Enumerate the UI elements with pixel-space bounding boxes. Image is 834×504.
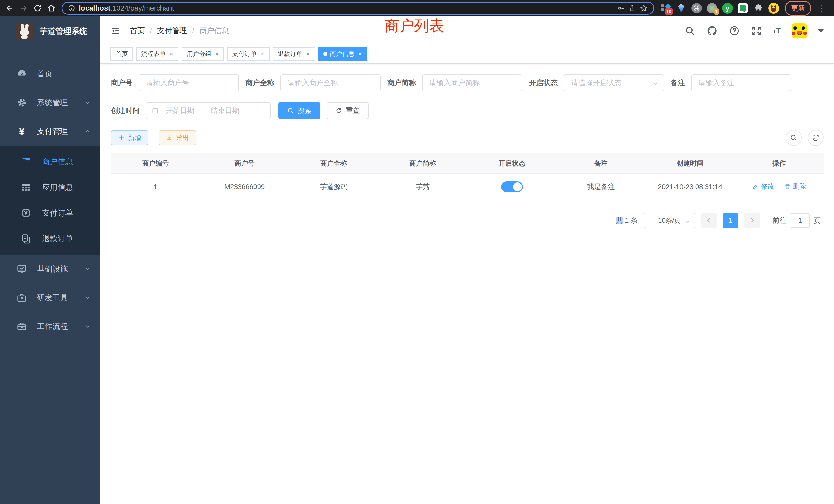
close-icon[interactable]: × xyxy=(260,50,264,57)
documents-icon xyxy=(20,233,32,244)
col-actions: 操作 xyxy=(734,154,824,174)
ext-y-icon[interactable]: y xyxy=(722,3,733,14)
field-label: 创建时间 xyxy=(111,106,140,115)
avatar-caret-icon[interactable] xyxy=(818,29,824,32)
back-icon[interactable] xyxy=(4,2,16,14)
sidebar-item-infrastructure[interactable]: 基础设施 xyxy=(0,255,100,283)
calendar-icon xyxy=(152,107,159,114)
close-icon[interactable]: × xyxy=(170,50,173,57)
annotation-title: 商户列表 xyxy=(385,16,444,36)
merchant-no-input[interactable] xyxy=(139,74,239,91)
cell-full-name: 芋道源码 xyxy=(289,174,378,200)
filter-row-1: 商户号 商户全称 商户简称 开启状态 xyxy=(111,74,824,91)
forward-icon[interactable] xyxy=(18,2,30,14)
yen-circle-icon xyxy=(20,208,32,218)
page-number-current[interactable]: 1 xyxy=(723,213,738,228)
password-key-icon[interactable] xyxy=(617,4,625,12)
chevron-down-icon xyxy=(84,323,91,330)
address-bar[interactable]: localhost:1024/pay/merchant xyxy=(62,2,654,15)
date-range-picker[interactable]: - xyxy=(146,102,271,119)
user-avatar[interactable] xyxy=(792,23,807,38)
show-search-toggle-icon[interactable] xyxy=(786,130,802,146)
sidebar-item-system[interactable]: 系统管理 xyxy=(0,88,100,117)
sidebar-menu: 首页 系统管理 ¥ 支付管理 xyxy=(0,60,100,341)
status-toggle[interactable] xyxy=(501,181,523,192)
sidebar-item-label: 应用信息 xyxy=(42,182,73,193)
close-icon[interactable]: × xyxy=(215,50,219,57)
sidebar-item-label: 退款订单 xyxy=(42,233,73,244)
site-info-icon[interactable] xyxy=(68,5,75,12)
github-icon[interactable] xyxy=(706,25,718,37)
sidebar-item-label: 商户信息 xyxy=(42,157,73,167)
reset-button[interactable]: 重置 xyxy=(327,102,369,119)
goto-page-input[interactable] xyxy=(791,213,810,228)
ext-tampermonkey-icon[interactable]: 10 xyxy=(660,3,671,14)
ext-doc-icon[interactable] xyxy=(738,3,748,14)
search-button[interactable]: 搜索 xyxy=(278,102,321,119)
cell-remark: 我是备注 xyxy=(556,174,645,200)
prev-page-button[interactable] xyxy=(701,213,717,228)
sidebar-item-payment[interactable]: ¥ 支付管理 xyxy=(0,117,100,146)
ext-kite-icon[interactable] xyxy=(676,3,687,14)
sidebar-logo-row[interactable]: 芋道管理系统 xyxy=(0,17,100,46)
delete-link[interactable]: 删除 xyxy=(784,182,806,191)
tab-home[interactable]: 首页 xyxy=(110,47,133,61)
tab-flow-form[interactable]: 流程表单× xyxy=(136,47,178,61)
filter-short-name: 商户简称 xyxy=(387,74,522,91)
add-button[interactable]: 新增 xyxy=(111,130,148,145)
tab-merchant[interactable]: 商户信息× xyxy=(318,47,367,61)
sidebar-item-application[interactable]: 应用信息 xyxy=(0,175,100,200)
ext-puzzle-icon[interactable] xyxy=(753,3,764,14)
field-label: 备注 xyxy=(671,78,685,88)
reload-icon[interactable] xyxy=(31,2,44,14)
sidebar-item-dev-tools[interactable]: 研发工具 xyxy=(0,283,100,312)
pagination-total: 共 1 条 xyxy=(616,216,638,225)
home-icon[interactable] xyxy=(45,2,58,14)
browser-update-button[interactable]: 更新 xyxy=(785,1,811,16)
tab-pay-order[interactable]: 支付订单× xyxy=(227,47,269,61)
filter-row-2: 创建时间 - 搜索 xyxy=(111,102,824,119)
short-name-input[interactable] xyxy=(422,74,522,91)
ext-recorder-icon[interactable]: 1 xyxy=(707,3,718,14)
app-logo xyxy=(16,23,33,40)
sidebar-item-refund-order[interactable]: 退款订单 xyxy=(0,226,100,251)
ext-badge: 1 xyxy=(714,8,719,15)
tab-user-group[interactable]: 用户分组× xyxy=(181,47,224,61)
cell-status xyxy=(467,174,556,200)
sidebar-submenu-payment: 商户信息 应用信息 支付订单 xyxy=(0,146,100,255)
ext-command-icon[interactable]: ⌘ xyxy=(691,3,702,14)
breadcrumb-home[interactable]: 首页 xyxy=(130,26,145,36)
full-name-input[interactable] xyxy=(280,74,380,91)
close-icon[interactable]: × xyxy=(358,50,362,57)
status-select[interactable] xyxy=(564,74,664,91)
ext-emoji-icon[interactable] xyxy=(768,3,779,14)
help-icon[interactable] xyxy=(729,25,740,36)
refresh-table-icon[interactable] xyxy=(808,130,824,146)
next-page-button[interactable] xyxy=(744,213,760,228)
bookmark-star-icon[interactable] xyxy=(640,4,648,12)
sidebar-item-merchant[interactable]: 商户信息 xyxy=(0,149,100,175)
date-end-input[interactable] xyxy=(206,107,244,115)
date-start-input[interactable] xyxy=(161,107,199,115)
font-size-icon[interactable]: тT xyxy=(773,26,781,35)
remark-input[interactable] xyxy=(691,74,791,91)
table-toolbar: 新增 导出 xyxy=(111,130,824,146)
sidebar-fold-icon[interactable] xyxy=(110,26,121,36)
sidebar-item-home[interactable]: 首页 xyxy=(0,60,100,88)
page-size-select[interactable]: 10条/页 xyxy=(644,213,695,228)
sidebar-item-workflow[interactable]: 工作流程 xyxy=(0,312,100,341)
grid-table-icon xyxy=(20,182,32,192)
sidebar-item-pay-order[interactable]: 支付订单 xyxy=(0,200,100,226)
browser-menu-icon[interactable]: ⋮ xyxy=(815,4,828,13)
share-icon[interactable] xyxy=(628,4,636,12)
search-icon[interactable] xyxy=(685,26,695,36)
tab-refund-order[interactable]: 退款订单× xyxy=(273,47,315,61)
cell-merchant-id: 1 xyxy=(111,174,200,200)
sidebar-item-label: 系统管理 xyxy=(37,97,68,108)
fullscreen-icon[interactable] xyxy=(751,25,762,36)
breadcrumb-payment[interactable]: 支付管理 xyxy=(157,26,187,36)
export-button[interactable]: 导出 xyxy=(159,130,196,145)
edit-link[interactable]: 修改 xyxy=(752,182,774,191)
close-icon[interactable]: × xyxy=(306,50,310,57)
filter-status: 开启状态 xyxy=(529,74,664,91)
